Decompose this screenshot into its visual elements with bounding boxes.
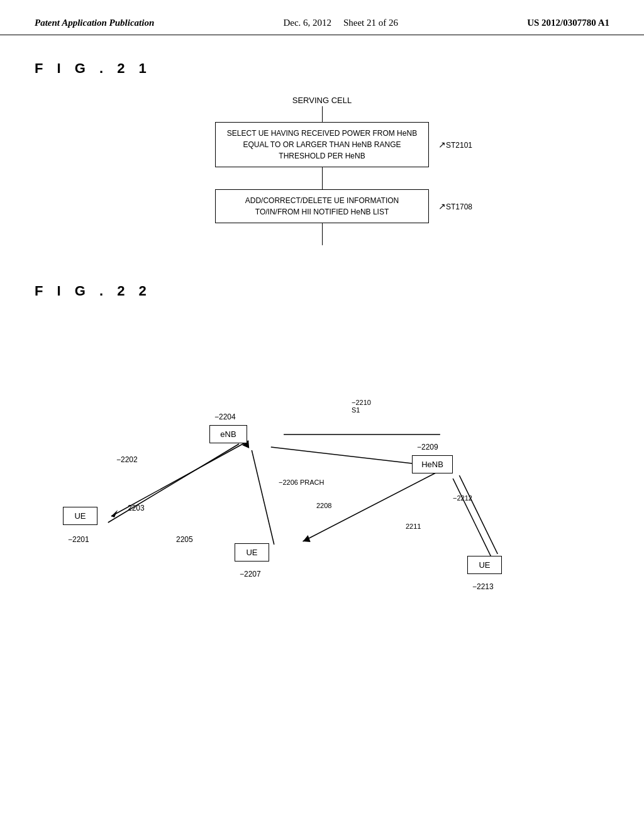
flow-line-3	[322, 223, 323, 245]
sheet-number: Sheet 21 of 26	[343, 18, 398, 28]
label-2203: 2203	[128, 504, 145, 512]
ue-2207-label: UE	[246, 548, 257, 557]
label-2211: 2211	[406, 523, 421, 530]
flow-wrapper-1: SELECT UE HAVING RECEIVED POWER FROM HeN…	[215, 106, 429, 167]
henb-2209-label: HeNB	[421, 460, 443, 469]
ue-2201-label: UE	[74, 511, 86, 521]
fig22-title: F I G . 2 2	[35, 283, 609, 299]
publication-title: Patent Application Publication	[35, 18, 154, 28]
flow-line-1	[322, 106, 323, 122]
svg-line-4	[271, 447, 434, 466]
label-2205: 2205	[176, 535, 193, 544]
svg-line-8	[453, 479, 491, 557]
st2101-box: SELECT UE HAVING RECEIVED POWER FROM HeN…	[215, 122, 429, 167]
fig22-diagram: UE −2201 −2202 2203 eNB −2204 2205 UE −2…	[35, 318, 609, 607]
label-2202: −2202	[116, 455, 138, 464]
st1708-label: ↗ST1708	[438, 200, 472, 213]
st1708-box: ADD/CORRECT/DELETE UE INFORMATION TO/IN/…	[215, 189, 429, 223]
fig21-title: F I G . 2 1	[35, 60, 609, 77]
ue-2213-number: −2213	[472, 582, 494, 591]
st2101-arrow: ↗	[438, 140, 446, 150]
patent-number: US 2012/0307780 A1	[527, 18, 609, 28]
st2101-label: ↗ST2101	[438, 138, 472, 152]
svg-line-9	[459, 475, 497, 554]
st1708-arrow: ↗	[438, 201, 446, 211]
serving-cell-label: SERVING CELL	[292, 96, 352, 105]
enb-2204-label: eNB	[220, 429, 236, 439]
ue-2201-number: −2201	[68, 535, 89, 544]
enb-2204-number: −2204	[214, 412, 236, 421]
enb-2204-box: eNB	[209, 425, 247, 443]
flow-line-2	[322, 167, 323, 189]
publication-date: Dec. 6, 2012	[283, 18, 331, 28]
fig21-diagram: SERVING CELL SELECT UE HAVING RECEIVED P…	[35, 96, 609, 245]
label-2208: 2208	[316, 502, 331, 509]
ue-2213-box: UE	[467, 556, 502, 574]
main-content: F I G . 2 1 SERVING CELL SELECT UE HAVIN…	[0, 35, 644, 633]
ue-2201-box: UE	[63, 507, 97, 525]
ue-2207-number: −2207	[240, 570, 261, 578]
ue-2213-label: UE	[479, 560, 490, 570]
header-center: Dec. 6, 2012 Sheet 21 of 26	[283, 18, 397, 28]
st2101-text: SELECT UE HAVING RECEIVED POWER FROM HeN…	[227, 129, 417, 160]
flow-wrapper-2: ADD/CORRECT/DELETE UE INFORMATION TO/IN/…	[215, 167, 429, 245]
st1708-text: ADD/CORRECT/DELETE UE INFORMATION TO/IN/…	[245, 196, 399, 216]
henb-2209-number: −2209	[417, 443, 438, 451]
label-2210-s1: −2210 S1	[352, 399, 371, 414]
ue-2207-box: UE	[235, 543, 269, 562]
henb-2209-box: HeNB	[412, 455, 453, 473]
page-header: Patent Application Publication Dec. 6, 2…	[0, 0, 644, 35]
label-2206-prach: −2206 PRACH	[279, 479, 324, 486]
label-2212: −2212	[453, 494, 472, 502]
svg-line-2	[252, 450, 274, 545]
